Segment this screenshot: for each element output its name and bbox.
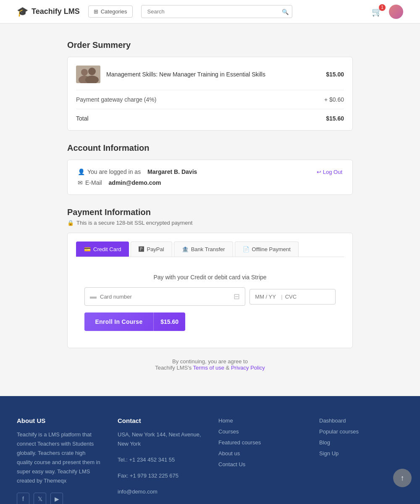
footer-nav2: Dashboard Popular courses Blog Sign Up [319, 417, 403, 504]
tab-bank-label: Bank Transfer [191, 246, 225, 252]
footer-nav1-courses: Courses [218, 428, 302, 435]
twitter-icon[interactable]: 𝕏 [34, 493, 46, 504]
privacy-label: Privacy Policy [231, 365, 265, 371]
gateway-value: + $0.60 [324, 96, 344, 103]
footer-about-text: Teachify is a LMS platform that connect … [17, 430, 101, 486]
tab-credit-card[interactable]: 💳 Credit Card [76, 242, 129, 257]
footer-blog-link[interactable]: Blog [319, 439, 330, 446]
footer-nav1-contact: Contact Us [218, 461, 302, 467]
footer-courses-link[interactable]: Courses [218, 428, 239, 435]
payment-card: 💳 Credit Card 🅿 PayPal 🏦 Bank Transfer 📄… [67, 233, 353, 348]
chevron-up-icon: ↑ [401, 474, 404, 483]
terms-area: By continuing, you are agree to Teachify… [67, 358, 353, 371]
footer-nav2-signup: Sign Up [319, 450, 403, 457]
categories-button[interactable]: ⊞ Categories [88, 5, 133, 18]
search-button[interactable]: 🔍 [282, 8, 289, 15]
expiry-cvc-field: | [249, 289, 336, 304]
offline-icon: 📄 [243, 246, 249, 252]
card-number-input[interactable] [100, 294, 230, 300]
payment-info-title: Payment Information [67, 207, 353, 217]
footer-social: f 𝕏 ▶ [17, 493, 101, 504]
footer-nav1-home: Home [218, 417, 302, 424]
tab-paypal-label: PayPal [147, 246, 164, 252]
logout-button[interactable]: ↩ Log Out [317, 169, 342, 175]
terms-brand: Teachify LMS's [155, 365, 192, 371]
footer-nav2-dashboard: Dashboard [319, 417, 403, 424]
account-user-row: 👤 You are logged in as Margaret B. Davis… [78, 168, 342, 175]
logged-in-prefix: You are logged in as [87, 168, 141, 175]
terms-of-use-label: Terms of use [193, 365, 224, 371]
avatar[interactable] [389, 5, 403, 19]
footer-nav1-about: About us [218, 450, 302, 457]
user-icon: 👤 [78, 168, 85, 175]
enroll-button[interactable]: Enroll In Course $15.60 [84, 312, 185, 331]
main-content: Order Summery Management Skills: New Man… [59, 24, 361, 396]
expiry-input[interactable] [255, 294, 278, 300]
search-icon: 🔍 [282, 8, 289, 15]
account-email-row: ✉ E-Mail admin@demo.com [78, 179, 342, 186]
user-name: Margaret B. Davis [147, 168, 197, 175]
footer-contact: Contact USA, New York 144, Next Avenue, … [118, 417, 202, 504]
footer-contact-link[interactable]: Contact Us [218, 461, 245, 467]
footer-home-link[interactable]: Home [218, 417, 233, 424]
logo-icon: 🎓 [17, 6, 28, 17]
svg-point-1 [81, 69, 88, 76]
footer-about-link[interactable]: About us [218, 450, 240, 457]
footer-contact-title: Contact [118, 417, 202, 424]
payment-tabs: 💳 Credit Card 🅿 PayPal 🏦 Bank Transfer 📄… [76, 242, 344, 257]
contact-tel: Tel.: +1 234 452 341 55 [118, 455, 202, 465]
footer-signup-link[interactable]: Sign Up [319, 450, 339, 457]
total-label: Total [76, 115, 89, 122]
enroll-price: $15.60 [154, 313, 185, 330]
tab-bank-transfer[interactable]: 🏦 Bank Transfer [174, 242, 233, 257]
account-info-title: Account Information [67, 143, 353, 153]
terms-connector: & [226, 365, 231, 371]
scroll-top-button[interactable]: ↑ [393, 469, 412, 487]
tab-credit-card-label: Credit Card [93, 246, 121, 252]
footer-nav2-list: Dashboard Popular courses Blog Sign Up [319, 417, 403, 457]
order-item: Management Skills: New Manager Training … [76, 66, 344, 90]
cvc-input[interactable] [285, 294, 300, 300]
footer-about-title: About US [17, 417, 101, 424]
youtube-icon[interactable]: ▶ [50, 493, 63, 504]
search-bar: 🔍 [141, 5, 292, 18]
paypal-icon: 🅿 [139, 246, 144, 252]
gateway-label: Payment gateway charge (4%) [76, 96, 156, 103]
order-summary-title: Order Summery [67, 40, 353, 50]
header: 🎓 Teachify LMS ⊞ Categories 🔍 🛒 1 [0, 0, 420, 24]
contact-email: info@demo.com [118, 487, 202, 496]
logo[interactable]: 🎓 Teachify LMS [17, 6, 80, 17]
gateway-charge-row: Payment gateway charge (4%) + $0.60 [76, 90, 344, 109]
facebook-icon[interactable]: f [17, 493, 29, 504]
course-thumbnail [76, 66, 100, 83]
stripe-fields: ▬ ⊟ | [84, 287, 336, 306]
logout-icon: ↩ [317, 169, 321, 175]
header-right: 🛒 1 [372, 5, 403, 19]
footer-nav2-blog: Blog [319, 439, 403, 446]
email-prefix: E-Mail [85, 179, 102, 186]
terms-of-use-link[interactable]: Terms of use [193, 365, 224, 371]
email-value: admin@demo.com [109, 179, 161, 186]
footer-dashboard-link[interactable]: Dashboard [319, 417, 346, 424]
stripe-label: Pay with your Credit or debit card via S… [84, 274, 336, 281]
cart-icon[interactable]: 🛒 1 [372, 7, 382, 17]
footer-contact-info: USA, New York 144, Next Avenue, New York… [118, 430, 202, 496]
footer-nav2-popular: Popular courses [319, 428, 403, 435]
total-row: Total $15.60 [76, 109, 344, 122]
account-info-card: 👤 You are logged in as Margaret B. Davis… [67, 160, 353, 195]
tab-paypal[interactable]: 🅿 PayPal [131, 242, 172, 257]
footer-featured-link[interactable]: Featured courses [218, 439, 261, 446]
card-number-field: ▬ ⊟ [84, 287, 245, 306]
footer-popular-link[interactable]: Popular courses [319, 428, 359, 435]
footer-nav1-list: Home Courses Featured courses About us C… [218, 417, 302, 467]
search-input[interactable] [141, 5, 292, 18]
email-icon: ✉ [78, 179, 83, 186]
privacy-policy-link[interactable]: Privacy Policy [231, 365, 265, 371]
tab-offline-payment[interactable]: 📄 Offline Payment [235, 242, 299, 257]
tab-offline-label: Offline Payment [252, 246, 291, 252]
card-icon: ▬ [90, 293, 97, 300]
contact-address: USA, New York 144, Next Avenue, New York [118, 430, 202, 449]
ssl-text: This is a secure 128-bit SSL encrypted p… [76, 220, 192, 226]
logout-label: Log Out [323, 169, 342, 175]
bank-icon: 🏦 [182, 246, 189, 252]
